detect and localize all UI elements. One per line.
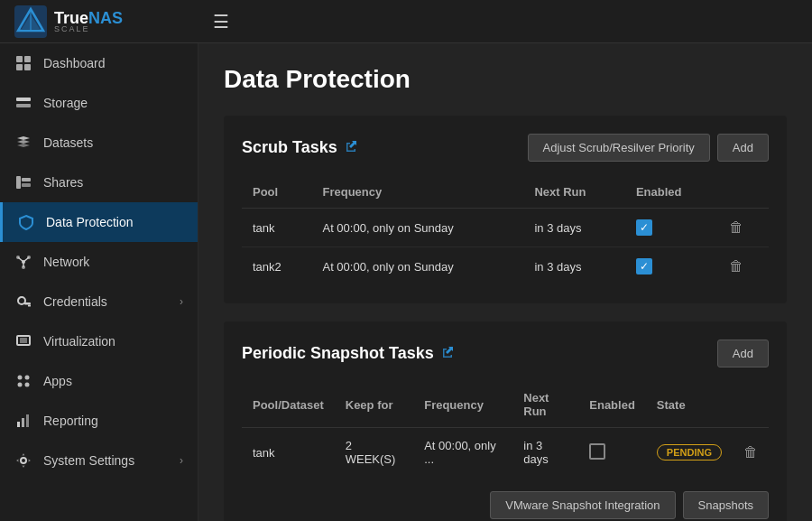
sidebar-item-system-settings[interactable]: System Settings › <box>0 441 198 480</box>
svg-rect-29 <box>17 422 20 427</box>
svg-rect-8 <box>16 98 31 101</box>
sidebar-item-apps[interactable]: Apps <box>0 361 198 401</box>
page-title: Data Protection <box>224 65 787 94</box>
sidebar-item-storage[interactable]: Storage <box>0 83 198 123</box>
scrub-tasks-card: Scrub Tasks Adjust Scrub/Resilver Priori… <box>224 116 787 303</box>
svg-rect-7 <box>24 64 31 70</box>
adjust-scrub-button[interactable]: Adjust Scrub/Resilver Priority <box>528 134 710 162</box>
table-row: tank2 At 00:00, only on Sunday in 3 days… <box>242 247 769 286</box>
logo: TrueNAS SCALE <box>14 5 195 38</box>
snap-row1-delete[interactable]: 🗑 <box>733 428 769 478</box>
scrub-row1-checkbox[interactable]: ✓ <box>636 219 652 236</box>
vmware-snapshot-button[interactable]: VMware Snapshot Integration <box>490 491 675 519</box>
sidebar-item-virtualization[interactable]: Virtualization <box>0 321 198 361</box>
scrub-col-actions <box>718 176 769 209</box>
svg-rect-12 <box>22 183 31 187</box>
svg-line-17 <box>18 257 23 262</box>
sidebar-label-storage: Storage <box>43 96 88 110</box>
svg-line-18 <box>23 257 29 262</box>
dashboard-icon <box>14 54 32 72</box>
topbar: TrueNAS SCALE ☰ <box>0 0 812 43</box>
sidebar-item-credentials[interactable]: Credentials › <box>0 282 198 321</box>
table-row: tank At 00:00, only on Sunday in 3 days … <box>242 209 769 247</box>
snapshot-tasks-card: Periodic Snapshot Tasks Add Pool/Dataset… <box>224 321 787 521</box>
sidebar-item-dashboard[interactable]: Dashboard <box>0 43 198 83</box>
snap-row1-state: PENDING <box>646 428 733 478</box>
scrub-row1-delete-icon[interactable]: 🗑 <box>729 219 743 235</box>
svg-point-20 <box>18 297 25 304</box>
sidebar-item-datasets[interactable]: Datasets <box>0 123 198 163</box>
logo-text: TrueNAS SCALE <box>54 9 123 33</box>
hamburger-menu[interactable]: ☰ <box>213 11 229 33</box>
snap-col-pool-dataset: Pool/Dataset <box>242 382 335 428</box>
snap-row1-delete-icon[interactable]: 🗑 <box>743 444 758 460</box>
svg-rect-30 <box>22 418 24 427</box>
sidebar: Dashboard Storage Datasets Shares Data P <box>0 43 198 521</box>
svg-rect-6 <box>16 64 23 70</box>
scrub-tasks-title: Scrub Tasks <box>242 138 357 157</box>
apps-icon <box>14 372 32 390</box>
snap-row1-enabled[interactable] <box>578 428 646 478</box>
sidebar-label-dashboard: Dashboard <box>43 56 106 70</box>
scrub-row2-delete[interactable]: 🗑 <box>718 247 769 286</box>
sidebar-label-apps: Apps <box>43 374 72 388</box>
scrub-row1-frequency: At 00:00, only on Sunday <box>311 209 523 247</box>
truenas-logo-icon <box>14 5 47 38</box>
snapshot-add-button[interactable]: Add <box>717 340 769 367</box>
snap-row1-next-run: in 3 days <box>512 428 578 478</box>
main-content: Data Protection Scrub Tasks Adjust Scrub… <box>198 43 812 521</box>
sidebar-item-reporting[interactable]: Reporting <box>0 401 198 441</box>
credentials-chevron: › <box>180 295 183 308</box>
svg-rect-24 <box>20 338 27 343</box>
sidebar-label-virtualization: Virtualization <box>43 334 115 349</box>
snapshots-button[interactable]: Snapshots <box>683 491 769 519</box>
snap-row1-pool: tank <box>242 428 335 478</box>
scrub-row2-frequency: At 00:00, only on Sunday <box>311 247 523 286</box>
snapshot-tasks-table: Pool/Dataset Keep for Frequency Next Run… <box>242 382 769 477</box>
virtualization-icon <box>14 332 32 350</box>
reporting-icon <box>14 412 32 430</box>
snapshot-tasks-header: Periodic Snapshot Tasks Add <box>242 340 769 367</box>
svg-point-32 <box>21 458 26 463</box>
scrub-row2-delete-icon[interactable]: 🗑 <box>729 258 743 274</box>
datasets-icon <box>14 134 32 152</box>
network-icon <box>14 253 32 271</box>
scrub-col-pool: Pool <box>242 176 311 209</box>
snap-row1-checkbox[interactable] <box>589 443 605 460</box>
scrub-col-enabled: Enabled <box>625 176 719 209</box>
sidebar-item-data-protection[interactable]: Data Protection <box>0 202 198 242</box>
table-row: tank 2 WEEK(S) At 00:00, only ... in 3 d… <box>242 428 769 478</box>
svg-rect-31 <box>26 414 29 427</box>
system-settings-icon <box>14 451 32 470</box>
scrub-tasks-actions: Adjust Scrub/Resilver Priority Add <box>528 134 769 162</box>
scrub-row1-next-run: in 3 days <box>523 209 625 247</box>
svg-point-26 <box>25 376 30 380</box>
svg-rect-11 <box>22 178 31 181</box>
snap-row1-state-badge: PENDING <box>657 444 722 461</box>
scrub-row1-pool: tank <box>242 209 311 247</box>
sidebar-label-reporting: Reporting <box>43 414 98 428</box>
scrub-row1-delete[interactable]: 🗑 <box>718 209 769 247</box>
sidebar-item-shares[interactable]: Shares <box>0 163 198 202</box>
scrub-row1-enabled[interactable]: ✓ <box>625 209 719 247</box>
storage-icon <box>14 94 32 112</box>
sidebar-label-credentials: Credentials <box>43 294 107 309</box>
svg-rect-21 <box>24 302 31 305</box>
svg-rect-9 <box>16 104 31 107</box>
svg-point-28 <box>25 383 30 387</box>
scrub-tasks-external-link-icon[interactable] <box>345 140 357 156</box>
credentials-icon <box>14 293 32 311</box>
sidebar-label-datasets: Datasets <box>43 135 93 150</box>
scrub-row2-enabled[interactable]: ✓ <box>625 247 719 286</box>
sidebar-item-network[interactable]: Network <box>0 242 198 282</box>
snapshot-tasks-actions: Add <box>717 340 769 367</box>
svg-rect-5 <box>24 56 31 62</box>
system-settings-chevron: › <box>180 454 183 467</box>
snap-col-keep-for: Keep for <box>335 382 413 428</box>
scrub-tasks-header: Scrub Tasks Adjust Scrub/Resilver Priori… <box>242 134 769 162</box>
scrub-col-frequency: Frequency <box>311 176 523 209</box>
svg-point-27 <box>18 383 23 387</box>
scrub-row2-checkbox[interactable]: ✓ <box>636 258 652 274</box>
scrub-add-button[interactable]: Add <box>717 134 769 162</box>
snapshot-tasks-external-link-icon[interactable] <box>441 346 454 362</box>
